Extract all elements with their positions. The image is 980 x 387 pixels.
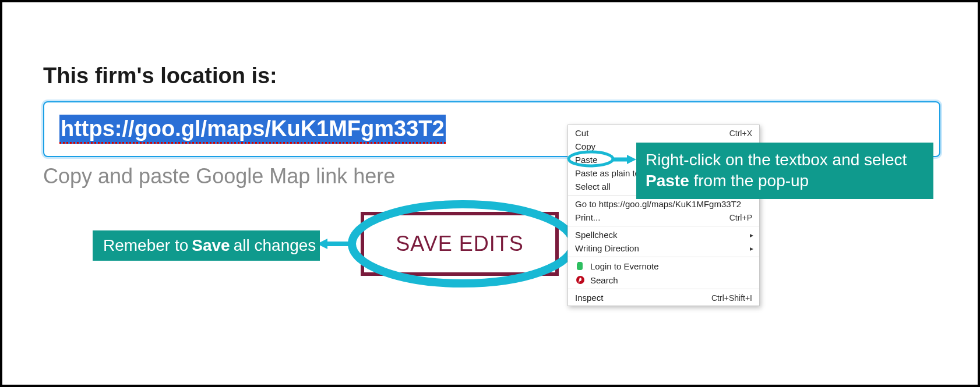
url-input-helper: Copy and paste Google Map link here — [43, 164, 395, 189]
callout-save-suffix: all changes — [234, 236, 316, 255]
menu-item-spellcheck[interactable]: Spellcheck ▸ — [568, 228, 759, 242]
callout-paste-suffix: from the pop-up — [689, 172, 809, 190]
menu-label: Writing Direction — [575, 243, 752, 253]
menu-item-goto-url[interactable]: Go to https://goo.gl/maps/KuK1MFgm33T2 — [568, 197, 759, 211]
callout-paste: Right-click on the textbox and select Pa… — [636, 143, 933, 199]
menu-label: Spellcheck — [575, 230, 752, 240]
menu-label: Cut — [575, 128, 729, 138]
callout-paste-prefix: Right-click on the textbox and select — [646, 151, 907, 169]
menu-label: Search — [590, 275, 752, 285]
submenu-caret-icon: ▸ — [750, 231, 753, 239]
pinterest-icon — [575, 275, 586, 285]
callout-save-bold: Save — [192, 236, 230, 255]
callout-paste-bold: Paste — [646, 172, 689, 190]
save-edits-button[interactable]: SAVE EDITS — [361, 212, 559, 276]
callout-save: Remeber to Save all changes — [93, 230, 320, 261]
save-edits-label: SAVE EDITS — [396, 232, 523, 256]
callout-save-prefix: Remeber to — [103, 236, 188, 255]
evernote-icon — [575, 261, 586, 271]
menu-item-cut[interactable]: Cut Ctrl+X — [568, 126, 759, 140]
menu-shortcut: Ctrl+P — [729, 213, 752, 222]
menu-label: Inspect — [575, 293, 711, 303]
menu-label: Login to Evernote — [590, 261, 752, 271]
menu-separator — [568, 289, 759, 289]
menu-label: Go to https://goo.gl/maps/KuK1MFgm33T2 — [575, 199, 752, 209]
content-area: This firm's location is: https://goo.gl/… — [2, 2, 978, 385]
menu-item-print[interactable]: Print... Ctrl+P — [568, 211, 759, 224]
section-heading: This firm's location is: — [43, 63, 277, 88]
menu-item-writing-direction[interactable]: Writing Direction ▸ — [568, 242, 759, 255]
menu-shortcut: Ctrl+Shift+I — [711, 293, 752, 303]
menu-label: Print... — [575, 212, 729, 222]
menu-item-evernote[interactable]: Login to Evernote — [568, 259, 759, 273]
menu-item-inspect[interactable]: Inspect Ctrl+Shift+I — [568, 291, 759, 304]
arrow-left-icon — [317, 237, 355, 250]
menu-shortcut: Ctrl+X — [729, 129, 752, 138]
submenu-caret-icon: ▸ — [750, 244, 753, 253]
menu-separator — [568, 257, 759, 257]
screenshot-frame: This firm's location is: https://goo.gl/… — [0, 0, 980, 387]
menu-separator — [568, 226, 759, 226]
url-input-selection: https://goo.gl/maps/KuK1MFgm33T2 — [59, 115, 446, 144]
menu-item-pinterest-search[interactable]: Search — [568, 273, 759, 287]
